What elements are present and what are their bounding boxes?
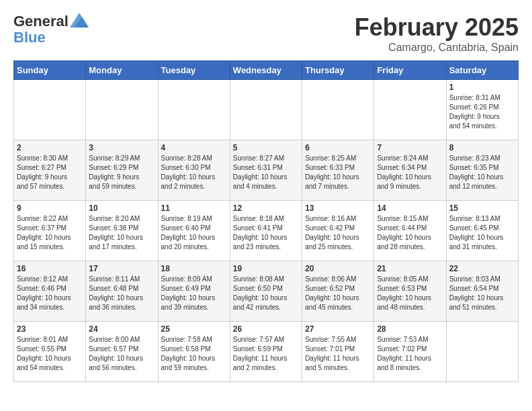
calendar-cell: 25Sunrise: 7:58 AM Sunset: 6:58 PM Dayli… [158, 322, 230, 382]
calendar-cell [374, 80, 446, 140]
day-info: Sunrise: 8:19 AM Sunset: 6:40 PM Dayligh… [161, 214, 227, 252]
day-info: Sunrise: 8:24 AM Sunset: 6:34 PM Dayligh… [377, 154, 443, 191]
calendar-cell: 10Sunrise: 8:20 AM Sunset: 6:38 PM Dayli… [86, 201, 158, 261]
week-row-1: 1Sunrise: 8:31 AM Sunset: 6:26 PM Daylig… [14, 80, 519, 140]
day-info: Sunrise: 8:03 AM Sunset: 6:54 PM Dayligh… [449, 275, 515, 312]
day-number: 21 [377, 264, 443, 273]
day-number: 18 [161, 264, 227, 273]
day-info: Sunrise: 8:15 AM Sunset: 6:44 PM Dayligh… [377, 214, 443, 252]
calendar-table: SundayMondayTuesdayWednesdayThursdayFrid… [13, 60, 519, 382]
day-info: Sunrise: 8:23 AM Sunset: 6:35 PM Dayligh… [449, 154, 515, 191]
calendar-cell [302, 80, 374, 140]
calendar-cell: 21Sunrise: 8:05 AM Sunset: 6:53 PM Dayli… [374, 261, 446, 322]
day-number: 19 [233, 264, 299, 273]
day-info: Sunrise: 7:58 AM Sunset: 6:58 PM Dayligh… [161, 335, 227, 373]
day-info: Sunrise: 8:16 AM Sunset: 6:42 PM Dayligh… [305, 214, 371, 252]
calendar-cell: 26Sunrise: 7:57 AM Sunset: 6:59 PM Dayli… [230, 322, 302, 382]
day-info: Sunrise: 8:29 AM Sunset: 6:29 PM Dayligh… [89, 154, 154, 191]
day-number: 7 [377, 143, 443, 152]
weekday-header-thursday: Thursday [302, 61, 374, 80]
day-number: 9 [17, 203, 83, 213]
weekday-header-friday: Friday [374, 61, 446, 80]
calendar-cell: 18Sunrise: 8:09 AM Sunset: 6:49 PM Dayli… [158, 261, 230, 322]
calendar-cell: 7Sunrise: 8:24 AM Sunset: 6:34 PM Daylig… [374, 140, 446, 201]
calendar-cell: 16Sunrise: 8:12 AM Sunset: 6:46 PM Dayli… [14, 261, 86, 322]
day-info: Sunrise: 8:06 AM Sunset: 6:52 PM Dayligh… [305, 275, 371, 312]
month-title: February 2025 [355, 13, 519, 42]
location: Camargo, Cantabria, Spain [355, 42, 519, 54]
day-number: 28 [377, 324, 443, 334]
day-number: 17 [89, 264, 154, 273]
day-number: 26 [233, 324, 299, 334]
calendar-cell: 2Sunrise: 8:30 AM Sunset: 6:27 PM Daylig… [14, 140, 86, 201]
day-info: Sunrise: 8:05 AM Sunset: 6:53 PM Dayligh… [377, 275, 443, 312]
day-number: 24 [89, 324, 154, 334]
day-info: Sunrise: 8:25 AM Sunset: 6:33 PM Dayligh… [305, 154, 371, 191]
logo-blue: Blue [13, 30, 89, 46]
day-info: Sunrise: 8:31 AM Sunset: 6:26 PM Dayligh… [449, 93, 515, 131]
weekday-header-tuesday: Tuesday [158, 61, 230, 80]
day-info: Sunrise: 8:22 AM Sunset: 6:37 PM Dayligh… [17, 214, 83, 252]
week-row-4: 16Sunrise: 8:12 AM Sunset: 6:46 PM Dayli… [14, 261, 519, 322]
calendar-cell [86, 80, 158, 140]
day-number: 16 [17, 264, 83, 273]
calendar-cell [14, 80, 86, 140]
day-number: 6 [305, 143, 371, 152]
day-number: 12 [233, 203, 299, 213]
day-number: 20 [305, 264, 371, 273]
day-info: Sunrise: 7:55 AM Sunset: 7:01 PM Dayligh… [305, 335, 371, 373]
calendar-cell: 8Sunrise: 8:23 AM Sunset: 6:35 PM Daylig… [446, 140, 518, 201]
calendar-cell: 5Sunrise: 8:27 AM Sunset: 6:31 PM Daylig… [230, 140, 302, 201]
day-number: 8 [449, 143, 515, 152]
calendar-cell [158, 80, 230, 140]
calendar-cell: 19Sunrise: 8:08 AM Sunset: 6:50 PM Dayli… [230, 261, 302, 322]
week-row-5: 23Sunrise: 8:01 AM Sunset: 6:55 PM Dayli… [14, 322, 519, 382]
day-number: 25 [161, 324, 227, 334]
day-info: Sunrise: 8:01 AM Sunset: 6:55 PM Dayligh… [17, 335, 83, 373]
calendar-cell: 23Sunrise: 8:01 AM Sunset: 6:55 PM Dayli… [14, 322, 86, 382]
calendar-cell [446, 322, 518, 382]
day-info: Sunrise: 8:13 AM Sunset: 6:45 PM Dayligh… [449, 214, 515, 252]
calendar-cell: 11Sunrise: 8:19 AM Sunset: 6:40 PM Dayli… [158, 201, 230, 261]
title-area: February 2025 Camargo, Cantabria, Spain [355, 13, 519, 54]
header: General Blue February 2025 Camargo, Cant… [13, 13, 519, 54]
day-info: Sunrise: 8:12 AM Sunset: 6:46 PM Dayligh… [17, 275, 83, 312]
day-number: 5 [233, 143, 299, 152]
day-info: Sunrise: 8:11 AM Sunset: 6:48 PM Dayligh… [89, 275, 154, 312]
calendar-cell: 1Sunrise: 8:31 AM Sunset: 6:26 PM Daylig… [446, 80, 518, 140]
day-number: 23 [17, 324, 83, 334]
calendar-cell: 20Sunrise: 8:06 AM Sunset: 6:52 PM Dayli… [302, 261, 374, 322]
week-row-3: 9Sunrise: 8:22 AM Sunset: 6:37 PM Daylig… [14, 201, 519, 261]
day-number: 4 [161, 143, 227, 152]
calendar-cell: 13Sunrise: 8:16 AM Sunset: 6:42 PM Dayli… [302, 201, 374, 261]
calendar-cell: 15Sunrise: 8:13 AM Sunset: 6:45 PM Dayli… [446, 201, 518, 261]
day-info: Sunrise: 8:00 AM Sunset: 6:57 PM Dayligh… [89, 335, 154, 373]
day-info: Sunrise: 7:57 AM Sunset: 6:59 PM Dayligh… [233, 335, 299, 373]
weekday-header-monday: Monday [86, 61, 158, 80]
calendar-cell: 14Sunrise: 8:15 AM Sunset: 6:44 PM Dayli… [374, 201, 446, 261]
calendar-cell: 9Sunrise: 8:22 AM Sunset: 6:37 PM Daylig… [14, 201, 86, 261]
calendar-cell: 12Sunrise: 8:18 AM Sunset: 6:41 PM Dayli… [230, 201, 302, 261]
logo-icon [70, 13, 89, 28]
day-info: Sunrise: 8:28 AM Sunset: 6:30 PM Dayligh… [161, 154, 227, 191]
calendar-cell: 24Sunrise: 8:00 AM Sunset: 6:57 PM Dayli… [86, 322, 158, 382]
logo: General Blue [13, 13, 89, 46]
week-row-2: 2Sunrise: 8:30 AM Sunset: 6:27 PM Daylig… [14, 140, 519, 201]
day-number: 10 [89, 203, 154, 213]
day-number: 1 [449, 83, 515, 92]
day-number: 2 [17, 143, 83, 152]
day-number: 22 [449, 264, 515, 273]
day-info: Sunrise: 8:08 AM Sunset: 6:50 PM Dayligh… [233, 275, 299, 312]
logo-text: General [13, 13, 69, 30]
calendar-cell: 17Sunrise: 8:11 AM Sunset: 6:48 PM Dayli… [86, 261, 158, 322]
weekday-header-saturday: Saturday [446, 61, 518, 80]
weekday-header-sunday: Sunday [14, 61, 86, 80]
day-number: 11 [161, 203, 227, 213]
day-info: Sunrise: 8:20 AM Sunset: 6:38 PM Dayligh… [89, 214, 154, 252]
day-number: 15 [449, 203, 515, 213]
calendar-cell: 28Sunrise: 7:53 AM Sunset: 7:02 PM Dayli… [374, 322, 446, 382]
day-number: 14 [377, 203, 443, 213]
calendar-cell: 3Sunrise: 8:29 AM Sunset: 6:29 PM Daylig… [86, 140, 158, 201]
day-info: Sunrise: 7:53 AM Sunset: 7:02 PM Dayligh… [377, 335, 443, 373]
day-number: 13 [305, 203, 371, 213]
